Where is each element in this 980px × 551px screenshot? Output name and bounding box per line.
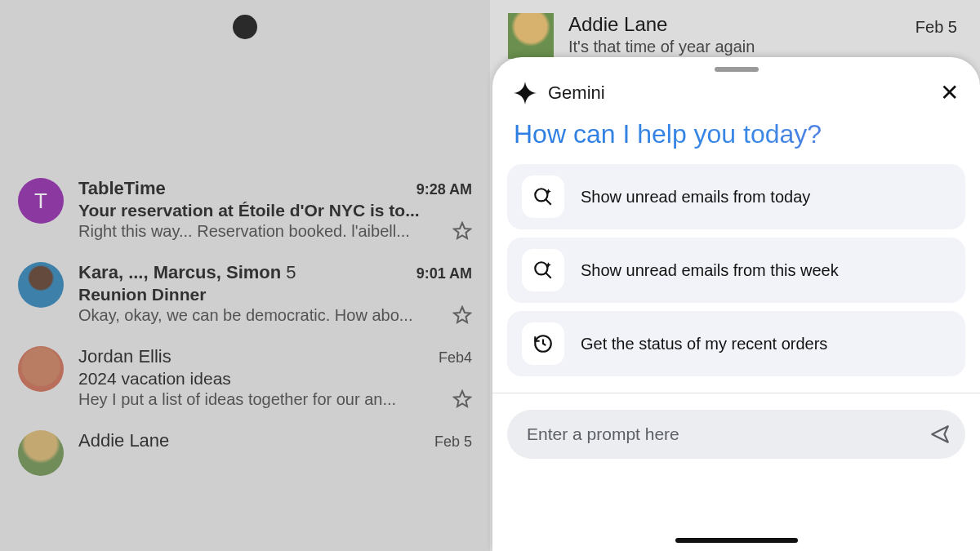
- suggestion-order-status[interactable]: Get the status of my recent orders: [507, 311, 965, 376]
- clock-refresh-icon: [522, 322, 564, 365]
- email-subject: Reunion Dinner: [78, 285, 472, 304]
- sender-name: Kara, ..., Marcus, Simon5: [78, 262, 296, 283]
- star-icon[interactable]: [452, 389, 472, 409]
- email-item[interactable]: Jordan Ellis Feb4 2024 vacation ideas He…: [0, 336, 490, 420]
- email-time: Feb 5: [434, 433, 472, 451]
- home-indicator[interactable]: [675, 538, 798, 543]
- email-snippet: It's that time of year again: [568, 38, 755, 56]
- email-item[interactable]: Kara, ..., Marcus, Simon5 9:01 AM Reunio…: [0, 252, 490, 336]
- email-time: Feb 5: [915, 18, 957, 37]
- drag-handle[interactable]: [715, 67, 759, 72]
- sender-name: TableTime: [78, 178, 166, 199]
- suggestion-unread-week[interactable]: Show unread emails from this week: [507, 238, 965, 303]
- email-snippet: Okay, okay, we can be democratic. How ab…: [78, 306, 472, 325]
- sender-name: Jordan Ellis: [78, 346, 172, 367]
- star-icon[interactable]: [452, 305, 472, 325]
- search-sparkle-icon: [522, 176, 564, 218]
- suggestion-label: Show unread emails from today: [581, 188, 810, 207]
- email-time: Feb4: [439, 349, 472, 367]
- sender-avatar: T: [18, 178, 64, 224]
- sender-name: Addie Lane: [78, 430, 169, 451]
- sender-avatar: [18, 262, 64, 308]
- suggestion-label: Show unread emails from this week: [581, 261, 839, 280]
- sender-avatar: [18, 346, 64, 392]
- prompt-placeholder: Enter a prompt here: [527, 424, 679, 444]
- suggestion-label: Get the status of my recent orders: [581, 335, 827, 353]
- email-snippet: Right this way... Reservation booked. l'…: [78, 222, 472, 241]
- search-sparkle-icon: [522, 249, 564, 291]
- email-time: 9:01 AM: [416, 265, 472, 282]
- sender-name: Addie Lane: [568, 13, 755, 36]
- sender-avatar: [508, 13, 554, 59]
- svg-line-5: [546, 273, 551, 278]
- svg-point-4: [535, 262, 547, 274]
- gemini-hero-text: How can I help you today?: [492, 113, 980, 164]
- background-email-item: Addie Lane It's that time of year again: [490, 0, 980, 59]
- close-icon[interactable]: ✕: [940, 82, 959, 104]
- sender-avatar: [18, 430, 64, 476]
- svg-point-2: [535, 189, 547, 201]
- suggestion-unread-today[interactable]: Show unread emails from today: [507, 164, 965, 229]
- sheet-title: Gemini: [548, 82, 605, 104]
- prompt-input[interactable]: Enter a prompt here: [507, 410, 965, 459]
- camera-cutout: [233, 15, 257, 39]
- svg-line-3: [546, 199, 551, 205]
- gemini-bottom-sheet: Gemini ✕ How can I help you today? Show …: [492, 57, 980, 551]
- email-subject: Your reservation at Étoile d'Or NYC is t…: [78, 201, 472, 220]
- email-time: 9:28 AM: [416, 181, 472, 198]
- mail-app-screen: 9:30 Search in mail Inbox T: [0, 0, 490, 551]
- email-snippet: Hey I put a list of ideas together for o…: [78, 390, 472, 409]
- gemini-sparkle-icon: [514, 82, 537, 104]
- star-icon[interactable]: [452, 221, 472, 241]
- email-item[interactable]: T TableTime 9:28 AM Your reservation at …: [0, 168, 490, 252]
- email-item[interactable]: Addie Lane Feb 5: [0, 420, 490, 476]
- send-icon[interactable]: [929, 424, 951, 445]
- email-subject: 2024 vacation ideas: [78, 369, 472, 389]
- mail-app-with-gemini-sheet: Addie Lane It's that time of year again …: [490, 0, 980, 551]
